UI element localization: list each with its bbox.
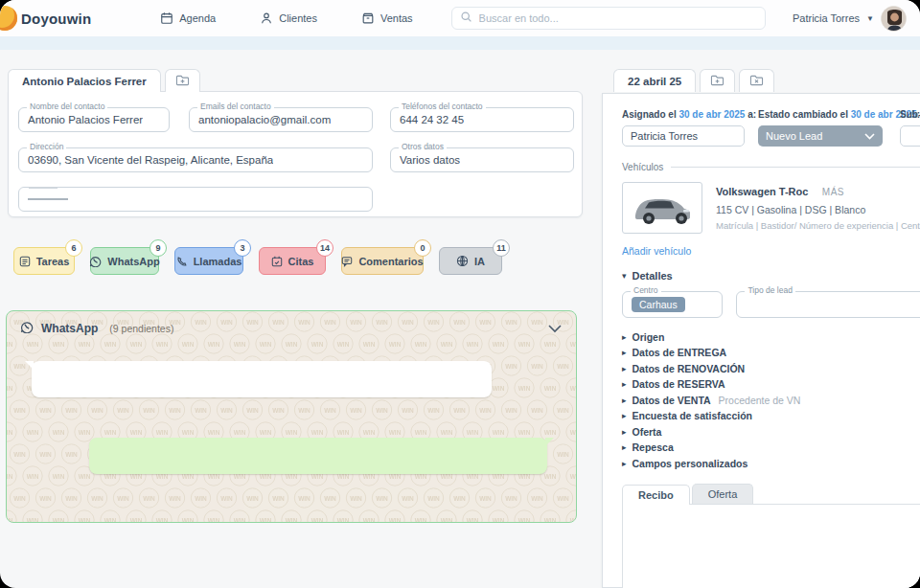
tab-recibo[interactable]: Recibo (622, 485, 690, 505)
contact-card: Antonio Palacios Ferrer Nombre del conta… (8, 69, 583, 217)
chevron-down-icon: ▾ (622, 271, 627, 281)
count-badge: 11 (493, 239, 510, 257)
citas-button[interactable]: Citas 14 (259, 247, 326, 275)
brain-icon (456, 255, 469, 267)
vehiculos-legend: Vehículos (622, 162, 663, 172)
collapse-chevron-icon[interactable] (547, 320, 563, 337)
field-tipo-de-lead[interactable]: Tipo de lead (736, 291, 920, 318)
nav-item-clientes[interactable]: Clientes (260, 11, 317, 25)
sub-estado-input[interactable] (900, 125, 920, 147)
section-oferta[interactable]: ▸Oferta (622, 426, 920, 437)
vehicle-name: Volkswagen T-Roc (716, 186, 808, 197)
nav-accent-band (0, 36, 920, 50)
search-input[interactable] (479, 12, 757, 24)
collapsible-sections: ▸Origen ▸Datos de ENTREGA ▸Datos de RENO… (622, 331, 920, 468)
count-badge: 9 (150, 239, 167, 257)
section-datos-venta[interactable]: ▸Datos de VENTAProcedente de VN (622, 395, 920, 405)
contact-form: Nombre del contacto Antonio Palacios Fer… (8, 91, 583, 217)
sub-estado-label: Sub-esta (900, 109, 920, 120)
lead-detail-body: Asignado el 30 de abr 2025 a: Estado cam… (602, 93, 920, 588)
section-datos-renovacion[interactable]: ▸Datos de RENOVACIÓN (622, 363, 920, 373)
count-badge: 0 (414, 239, 431, 257)
avatar[interactable] (881, 6, 907, 32)
chevron-right-icon: ▸ (622, 459, 627, 468)
tareas-button[interactable]: Tareas 6 (13, 247, 75, 275)
field-emails[interactable]: Emails del contacto antoniopalacio@gmail… (189, 107, 373, 132)
nav-item-label: Agenda (179, 12, 216, 24)
calendar-check-icon (271, 256, 283, 267)
whatsapp-icon (20, 320, 34, 337)
chevron-right-icon: ▸ (622, 364, 627, 373)
tab-lead-date[interactable]: 22 abril 25 (613, 69, 696, 92)
assigned-label: Asignado el 30 de abr 2025 a: (622, 109, 745, 120)
chat-bubble-incoming[interactable] (32, 361, 492, 397)
ia-button[interactable]: IA 11 (439, 247, 502, 275)
field-nombre[interactable]: Nombre del contacto Antonio Palacios Fer… (18, 107, 170, 132)
calendar-icon (160, 11, 173, 25)
user-name: Patricia Torres (793, 12, 860, 24)
nav-item-label: Clientes (279, 12, 317, 24)
add-vehicle-link[interactable]: Añadir vehículo (622, 245, 920, 257)
venta-note: Procedente de VN (719, 395, 801, 406)
section-datos-entrega[interactable]: ▸Datos de ENTREGA (622, 348, 920, 358)
chevron-right-icon: ▸ (622, 396, 627, 405)
whatsapp-panel: WINWINWIN WhatsApp (9 pendientes) (6, 310, 577, 523)
folder-plus-icon (175, 74, 190, 88)
chevron-right-icon: ▸ (622, 442, 627, 452)
section-campos-personalizados[interactable]: ▸Campos personalizados (622, 458, 920, 468)
chevron-right-icon: ▸ (622, 411, 627, 420)
count-badge: 3 (234, 239, 251, 257)
tab-archive-lead[interactable] (739, 69, 774, 92)
tasks-icon (19, 256, 31, 267)
chevron-right-icon: ▸ (622, 427, 627, 437)
section-encuesta[interactable]: ▸Encuesta de satisfacción (622, 411, 920, 421)
field-extra[interactable] (18, 187, 373, 212)
chevron-right-icon: ▸ (622, 379, 627, 389)
vehicle-image (622, 182, 702, 234)
section-repesca[interactable]: ▸Repesca (622, 442, 920, 453)
field-direccion[interactable]: Dirección 03690, San Vicente del Raspeig… (18, 147, 373, 172)
centro-chip[interactable]: Carhaus (632, 297, 685, 312)
estado-dropdown[interactable]: Nuevo Lead (758, 125, 883, 147)
nav-item-label: Ventas (380, 12, 413, 24)
chat-bubble-outgoing[interactable] (89, 438, 547, 474)
vehicle-specs: 115 CV | Gasolina | DSG | Blanco (716, 204, 920, 215)
tab-add-contact[interactable] (165, 69, 200, 92)
person-icon (260, 11, 273, 25)
nav-item-agenda[interactable]: Agenda (160, 11, 216, 25)
field-centro[interactable]: Centro Carhaus (622, 291, 723, 318)
vehicle-more-link[interactable]: MÁS (822, 187, 844, 197)
app-window: Doyouwin Agenda Clientes Ventas Patricia… (0, 0, 920, 588)
vehicle-card[interactable]: Volkswagen T-Roc MÁS 115 CV | Gasolina |… (622, 182, 920, 234)
count-badge: 14 (316, 239, 334, 257)
chevron-down-icon (864, 130, 875, 142)
tab-contact-name[interactable]: Antonio Palacios Ferrer (8, 69, 161, 92)
field-telefonos[interactable]: Teléfonos del contacto 644 24 32 45 (390, 107, 574, 132)
top-nav: Doyouwin Agenda Clientes Ventas Patricia… (0, 0, 920, 36)
panel-title: WhatsApp (41, 322, 98, 335)
section-datos-reserva[interactable]: ▸Datos de RESERVA (622, 379, 920, 390)
nav-item-ventas[interactable]: Ventas (361, 11, 413, 25)
vehicle-meta: Matrícula | Bastidor/ Número de experien… (716, 220, 920, 231)
field-otros-datos[interactable]: Otros datos Varios datos (390, 147, 574, 172)
pending-count: (9 pendientes) (109, 323, 173, 334)
whatsapp-icon (89, 255, 102, 267)
section-origen[interactable]: ▸Origen (622, 331, 920, 342)
phone-icon (176, 256, 188, 267)
box-icon (361, 11, 375, 25)
section-detalles[interactable]: ▾ Detalles (622, 270, 920, 282)
whatsapp-button[interactable]: WhatsApp 9 (90, 247, 159, 275)
brand-logo-icon (0, 6, 17, 31)
comentarios-button[interactable]: Comentarios 0 (341, 247, 424, 275)
chevron-down-icon[interactable]: ▼ (866, 14, 874, 23)
lead-panel: 22 abril 25 Asignado el 30 de abr 2025 a… (602, 69, 920, 588)
tab-oferta[interactable]: Oferta (692, 484, 754, 504)
activity-buttons: Tareas 6 WhatsApp 9 Llamadas 3 Citas 14 … (13, 247, 502, 275)
global-search (451, 7, 766, 30)
folder-x-icon (749, 74, 764, 88)
llamadas-button[interactable]: Llamadas 3 (174, 247, 243, 275)
brand-name: Doyouwin (21, 11, 91, 27)
comment-icon (341, 256, 353, 267)
tab-add-lead[interactable] (700, 69, 735, 92)
assignee-input[interactable] (622, 125, 745, 147)
